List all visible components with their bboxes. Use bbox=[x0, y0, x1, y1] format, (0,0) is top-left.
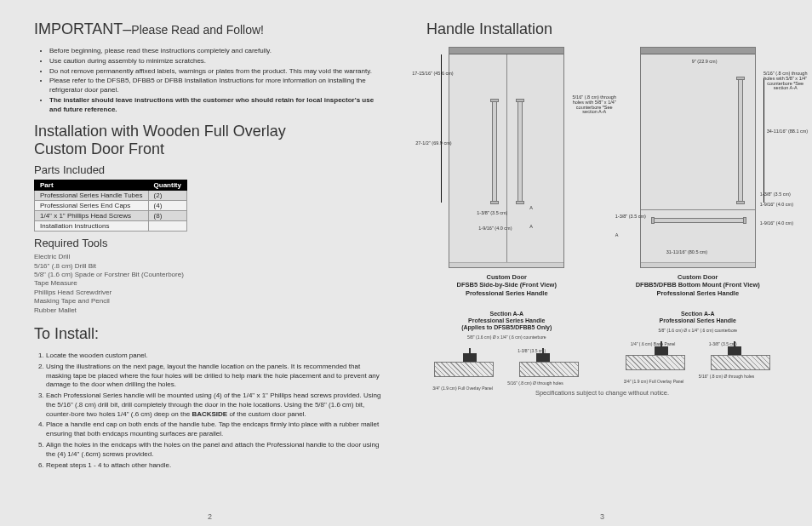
parts-table: Part Quantity Professional Series Handle… bbox=[34, 180, 187, 232]
diagram-dfbb: 9" (22.9 cm) 34-11/16" (88.1 cm) 1-3/8" … bbox=[618, 47, 779, 377]
dim-lower-side2: 1-9/16" (4.0 cm) bbox=[760, 221, 793, 226]
note-holes-2: 5/16" (.8 cm) through holes with 5/8" x … bbox=[762, 71, 809, 91]
important-bullet: Use caution during assembly to minimize … bbox=[49, 57, 386, 66]
tool-item: Masking Tape and Pencil bbox=[34, 297, 386, 306]
marker-a3: A bbox=[615, 233, 619, 238]
cross-section-2: 1/4" (.6 cm) Base Panel 1-3/8" (3.5 cm) … bbox=[626, 336, 770, 370]
door-diagrams: 17-15/16" (45.6 cm) 27-1/2" (69.9 cm) 1-… bbox=[426, 47, 778, 377]
important-heading: IMPORTANT–Please Read and Follow! bbox=[34, 20, 386, 38]
tool-item: Rubber Mallet bbox=[34, 306, 386, 315]
install-steps: Locate the wooden custom panel.Using the… bbox=[34, 352, 386, 471]
tools-list: Electric Drill5/16" (.8 cm) Drill Bit5/8… bbox=[34, 253, 386, 315]
install-step: Repeat steps 1 - 4 to attach other handl… bbox=[46, 461, 386, 471]
dim-lower-side: 1-3/8" (3.5 cm) bbox=[615, 214, 646, 220]
install-heading-line2: Custom Door Front bbox=[34, 141, 386, 158]
important-sub: Please Read and Follow! bbox=[131, 23, 264, 37]
dim-top-offset: 17-15/16" (45.6 cm) bbox=[412, 71, 453, 77]
table-row: Installation Instructions bbox=[35, 221, 187, 232]
important-bullet: Please refer to the DFSB5, DFBB5 or DFBB… bbox=[49, 77, 386, 95]
install-step: Align the holes in the endcaps with the … bbox=[46, 441, 386, 460]
dim-handle-len-2: 34-11/16" (88.1 cm) bbox=[767, 129, 808, 134]
parts-included-heading: Parts Included bbox=[34, 163, 386, 176]
important-bullet: The installer should leave instructions … bbox=[49, 96, 386, 115]
table-row: Professional Series End Caps(4) bbox=[35, 201, 187, 211]
page-number-right: 3 bbox=[600, 512, 604, 521]
page-right: Handle Installation 17-15/16 bbox=[426, 20, 778, 517]
dim-sidegap-bot: 1-9/16" (4.0 cm) bbox=[760, 203, 793, 208]
section-a-label-1: Section A-A Professional Series Handle (… bbox=[426, 311, 587, 331]
page-number-left: 2 bbox=[208, 512, 212, 521]
page-left: IMPORTANT–Please Read and Follow! Before… bbox=[34, 20, 386, 517]
install-step: Place a handle end cap on both ends of t… bbox=[46, 420, 386, 439]
marker-a2: A bbox=[529, 225, 533, 230]
table-row: Professional Series Handle Tubes(2) bbox=[35, 191, 187, 201]
tool-item: Phillips Head Screwdriver bbox=[34, 289, 386, 297]
dim-sidegap-top: 1-3/8" (3.5 cm) bbox=[760, 192, 791, 197]
tool-item: 5/8" (1.6 cm) Spade or Forstner Bit (Cou… bbox=[34, 271, 386, 279]
dim-bottom-gap: 1-3/8" (3.5 cm) bbox=[477, 211, 507, 216]
tool-item: Electric Drill bbox=[34, 253, 386, 261]
tool-item: Tape Measure bbox=[34, 279, 386, 288]
cross-section-1: 1-3/8" (3.5 cm) 5/16" (.8 cm) Ø through … bbox=[434, 343, 579, 377]
door-bm: 9" (22.9 cm) 34-11/16" (88.1 cm) 1-3/8" … bbox=[640, 47, 756, 268]
important-bullets: Before beginning, please read these inst… bbox=[34, 47, 386, 115]
note-holes-1: 5/16" (.8 cm) through holes with 5/8" x … bbox=[570, 95, 618, 115]
important-strong: IMPORTANT– bbox=[34, 20, 131, 37]
cbore-dim-2: 5/8" (1.6 cm) Ø x 1/4" (.6 cm) counterbo… bbox=[618, 328, 779, 333]
dim-top-offset-2: 9" (22.9 cm) bbox=[692, 60, 718, 65]
diagram-dfsb5: 17-15/16" (45.6 cm) 27-1/2" (69.9 cm) 1-… bbox=[426, 47, 587, 377]
door-sbs: 17-15/16" (45.6 cm) 27-1/2" (69.9 cm) 1-… bbox=[449, 47, 564, 268]
marker-a1: A bbox=[529, 206, 533, 211]
dim-side-gap: 1-9/16" (4.0 cm) bbox=[478, 226, 512, 232]
install-heading-line1: Installation with Wooden Full Overlay bbox=[34, 123, 386, 140]
important-bullet: Before beginning, please read these inst… bbox=[49, 47, 386, 56]
cbore-dim-1: 5/8" (1.6 cm) Ø x 1/4" (.6 cm) counterbo… bbox=[426, 334, 587, 340]
parts-header-qty: Quantity bbox=[148, 180, 186, 191]
install-step: Using the illustrations on the next page… bbox=[46, 363, 386, 390]
important-bullet: Do not remove permanently affixed labels… bbox=[49, 67, 386, 77]
required-tools-heading: Required Tools bbox=[34, 237, 386, 249]
tool-item: 5/16" (.8 cm) Drill Bit bbox=[34, 262, 386, 271]
parts-header-part: Part bbox=[35, 180, 149, 191]
install-step: Locate the wooden custom panel. bbox=[46, 352, 386, 361]
table-row: 1/4" x 1" Phillips Head Screws(8) bbox=[35, 211, 187, 221]
install-step: Each Professional Series handle will be … bbox=[46, 392, 386, 419]
section-a-label-2: Section A-A Professional Series Handle bbox=[618, 311, 779, 324]
page-spread: IMPORTANT–Please Read and Follow! Before… bbox=[34, 20, 778, 517]
diag1-label: Custom Door DFSB5 Side-by-Side (Front Vi… bbox=[426, 273, 587, 297]
dim-handle-len: 27-1/2" (69.9 cm) bbox=[415, 141, 451, 146]
to-install-heading: To Install: bbox=[34, 325, 386, 343]
dim-lower-width: 31-11/16" (80.5 cm) bbox=[666, 250, 707, 255]
handle-installation-heading: Handle Installation bbox=[426, 20, 778, 38]
diag2-label: Custom Door DFBB5/DFBB Bottom Mount (Fro… bbox=[618, 273, 779, 297]
